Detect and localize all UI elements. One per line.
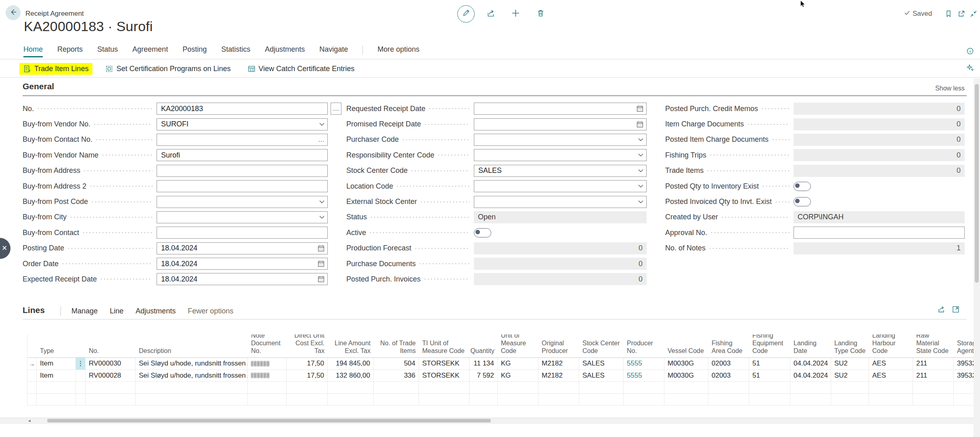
scroll-left-arrow-icon[interactable]: ◂ [28,418,31,423]
quantity-cell[interactable]: 11 134 [469,358,498,370]
buy-from-vendor-name-field[interactable]: Surofi [157,149,328,161]
calendar-icon[interactable] [637,105,643,112]
col-header-indicator[interactable] [27,334,37,358]
approval-no-field[interactable] [794,227,965,239]
tab-status[interactable]: Status [97,45,118,56]
chevron-down-icon[interactable] [638,138,643,141]
show-less-link[interactable]: Show less [935,85,965,92]
general-section-heading[interactable]: General [23,82,54,91]
stock-center-code-field[interactable]: SALES [474,165,647,177]
posted-qty-to-inventory-exist-toggle[interactable] [794,182,811,191]
line_amount_excl_tax-cell[interactable]: 194 845,00 [328,358,374,370]
tab-statistics[interactable]: Statistics [221,45,250,56]
description-cell[interactable]: Sei Sløyd u/hode, rundsnitt frossen A [136,358,248,370]
quantity-cell[interactable]: 7 592 [469,370,498,382]
vertical-scrollbar-thumb[interactable] [975,84,979,283]
delete-button[interactable] [536,9,545,19]
action-view-catch-certificate-entries[interactable]: View Catch Certificate Entries [244,63,359,75]
unit_of_measure_code-cell[interactable]: KG [498,358,538,370]
note_document_no-cell[interactable] [248,370,287,382]
landing_type_code-cell[interactable]: SU2 [831,358,869,370]
note_document_no-cell[interactable] [248,358,287,370]
col-header-raw_material_state_code[interactable]: Raw Material State Code [913,334,954,358]
fishing_area_code-cell[interactable]: 02003 [708,370,749,382]
lines-menu-manage[interactable]: Manage [71,307,98,315]
purchaser-code-field[interactable] [474,134,647,146]
stock_center_code-cell[interactable]: SALES [579,358,624,370]
horizontal-scrollbar-thumb[interactable] [47,419,491,422]
sparkle-button[interactable] [966,64,974,74]
open-in-new-window-button[interactable] [957,10,965,19]
col-header-stock_center_code[interactable]: Stock Center Code [579,334,624,358]
chevron-down-icon[interactable] [319,123,325,126]
tab-home[interactable]: Home [23,45,43,57]
posted-invoiced-qty-to-invt-exist-toggle[interactable] [794,197,811,206]
calendar-icon[interactable] [318,245,325,252]
chevron-down-icon[interactable] [319,216,325,219]
landing_date-cell[interactable]: 04.04.2024 [790,370,831,382]
promised-receipt-date-field[interactable] [474,118,647,130]
calendar-icon[interactable] [318,261,325,267]
col-header-rowmenu[interactable] [76,334,86,358]
fishing_equipment_code-cell[interactable]: 51 [749,370,790,382]
requested-receipt-date-field[interactable] [474,103,647,115]
more-options-button[interactable]: More options [377,45,419,54]
col-header-fishing_equipment_code[interactable]: Fishing Equipment Code [749,334,790,358]
chevron-down-icon[interactable] [638,153,643,157]
landing_date-cell[interactable]: 04.04.2024 [790,358,831,370]
external-stock-center-field[interactable] [474,196,647,208]
no-cell[interactable]: RV000030 [86,358,136,370]
buy-from-city-field[interactable] [157,211,328,223]
fishing_area_code-cell[interactable]: 02003 [708,358,749,370]
row-menu-icon[interactable]: ⋮ [76,358,86,370]
chevron-down-icon[interactable] [319,200,325,204]
raw_material_state_code-cell[interactable]: 211 [913,358,954,370]
tab-posting[interactable]: Posting [182,45,207,56]
unit_of_measure_code-cell[interactable]: KG [498,370,538,382]
action-trade-item-lines[interactable]: Trade Item Lines [19,63,92,75]
lines-share-button[interactable] [937,305,945,315]
col-header-unit_of_measure_code[interactable]: Unit of Measure Code [498,334,538,358]
fishing_equipment_code-cell[interactable]: 51 [749,358,790,370]
share-button[interactable] [486,9,495,19]
col-header-original_producer[interactable]: Original Producer [538,334,579,358]
type-cell[interactable]: Item [37,358,76,370]
col-header-direct_unit_cost_excl_tax[interactable]: Direct Unit Cost Excl. Tax [287,334,328,358]
col-header-producer_no[interactable]: Producer No. [624,334,664,358]
col-header-quantity[interactable]: Quantity [469,334,498,358]
side-panel-fab[interactable]: ✕ [0,238,10,259]
no-field[interactable]: KA20000183 [157,103,328,115]
tab-reports[interactable]: Reports [57,45,83,56]
tab-agreement[interactable]: Agreement [132,45,168,56]
vessel_code-cell[interactable]: M0030G [664,370,708,382]
col-header-type[interactable]: Type [37,334,76,358]
col-header-ti_unit_of_measure_code[interactable]: TI Unit of Measure Code [419,334,469,358]
new-button[interactable] [511,8,520,19]
buy-from-vendor-no-field[interactable]: SUROFI [157,118,328,130]
collapse-window-button[interactable] [970,10,978,19]
lines-expand-button[interactable] [952,305,960,315]
location-code-field[interactable] [474,180,647,192]
chevron-down-icon[interactable] [638,169,643,172]
ellipsis-icon[interactable]: … [318,137,325,143]
ti_unit_of_measure_code-cell[interactable]: STORSEKK [419,358,469,370]
buy-from-address-field[interactable] [157,165,328,177]
producer_no-cell[interactable]: 5555 [624,370,664,382]
calendar-icon[interactable] [318,276,325,283]
col-header-line_amount_excl_tax[interactable]: Line Amount Excl. Tax [328,334,374,358]
description-cell[interactable]: Sei Sløyd u/hode, rundsnitt frossen A [136,370,248,382]
col-header-no[interactable]: No. [86,334,136,358]
col-header-note_document_no[interactable]: Note Document No. [248,334,287,358]
stock_center_code-cell[interactable]: SALES [579,370,624,382]
raw_material_state_code-cell[interactable]: 211 [913,370,954,382]
producer_no-cell[interactable]: 5555 [624,358,664,370]
direct_unit_cost_excl_tax-cell[interactable]: 17,50 [287,370,328,382]
posting-date-field[interactable]: 18.04.2024 [157,242,328,254]
type-cell[interactable]: Item [37,370,76,382]
action-set-certification-programs-on-lines[interactable]: Set Certification Programs on Lines [101,63,235,75]
chevron-down-icon[interactable] [638,200,643,204]
bookmark-button[interactable] [944,10,953,19]
line_amount_excl_tax-cell[interactable]: 132 860,00 [328,370,374,382]
order-date-field[interactable]: 18.04.2024 [157,258,328,270]
buy-from-address-2-field[interactable] [157,180,328,192]
